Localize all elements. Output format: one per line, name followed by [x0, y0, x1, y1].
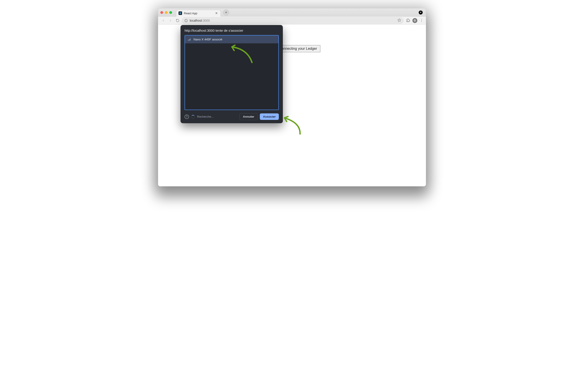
cancel-button[interactable]: Annuler — [239, 113, 257, 120]
back-button[interactable] — [160, 18, 166, 24]
extensions-button[interactable] — [406, 18, 410, 22]
maximize-window-button[interactable] — [169, 11, 172, 14]
searching-spinner-icon — [191, 115, 195, 118]
pair-button[interactable]: Associer — [260, 114, 279, 120]
device-list-item[interactable]: Nano X 445F associé — [185, 36, 278, 44]
forward-button[interactable] — [168, 18, 173, 24]
dialog-title: http://localhost:3000 tente de s'associe… — [185, 28, 279, 32]
browser-tab[interactable]: React App ✕ — [176, 10, 221, 16]
browser-window: React App ✕ + — [158, 8, 426, 186]
page-content: Click to connecting your Ledger http://l… — [158, 24, 426, 186]
profile-avatar[interactable]: G — [412, 18, 417, 23]
address-bar[interactable]: localhost:3000 — [182, 18, 404, 24]
minimize-window-button[interactable] — [165, 11, 168, 14]
bluetooth-pairing-dialog: http://localhost:3000 tente de s'associe… — [180, 25, 283, 123]
toolbar: localhost:3000 G ⋮ — [158, 16, 426, 24]
url-text: localhost:3000 — [190, 19, 396, 22]
svg-point-0 — [180, 13, 180, 14]
help-button[interactable]: ? — [185, 114, 189, 119]
reload-button[interactable] — [175, 18, 180, 24]
new-tab-button[interactable]: + — [223, 10, 229, 16]
svg-marker-7 — [398, 18, 401, 22]
close-tab-button[interactable]: ✕ — [215, 12, 218, 15]
signal-strength-icon — [188, 38, 191, 41]
device-list[interactable]: Nano X 445F associé — [185, 35, 279, 110]
device-name: Nano X 445F associé — [193, 38, 222, 41]
searching-label: Recherche… — [197, 115, 237, 118]
react-favicon-icon — [178, 12, 182, 15]
titlebar: React App ✕ + — [158, 8, 426, 16]
incognito-indicator-icon — [419, 10, 423, 14]
bookmark-button[interactable] — [397, 18, 401, 22]
window-controls — [160, 11, 176, 14]
browser-menu-button[interactable]: ⋮ — [420, 18, 424, 22]
close-window-button[interactable] — [160, 11, 163, 14]
dialog-footer: ? Recherche… Annuler Associer — [185, 110, 279, 120]
annotation-arrow-icon — [280, 114, 307, 136]
tab-title: React App — [184, 12, 213, 15]
site-info-icon[interactable] — [184, 19, 188, 22]
